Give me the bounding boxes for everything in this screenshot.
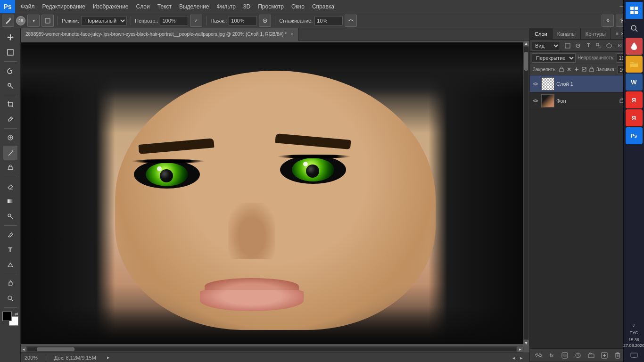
- pressure-icon[interactable]: [259, 15, 271, 27]
- opacity-toggle[interactable]: ✓: [190, 15, 202, 27]
- layer-visibility-btn-1[interactable]: [532, 80, 539, 88]
- stamp-tool[interactable]: [3, 161, 17, 175]
- tool-separator-4: [4, 177, 17, 177]
- pen-tool[interactable]: [3, 228, 17, 242]
- dodge-tool[interactable]: [3, 209, 17, 223]
- canvas-image[interactable]: [21, 41, 523, 346]
- panel-collapse-icon[interactable]: ≡: [616, 31, 619, 36]
- svg-rect-30: [616, 354, 619, 358]
- group-layers-btn[interactable]: [586, 351, 596, 360]
- lasso-tool[interactable]: [3, 64, 17, 78]
- magic-wand-tool[interactable]: [3, 79, 17, 93]
- document-tab-close[interactable]: ×: [290, 32, 293, 37]
- taskbar-yandex-1[interactable]: Я: [626, 91, 643, 108]
- add-mask-btn[interactable]: [560, 351, 570, 360]
- eyedropper-tool[interactable]: [3, 112, 17, 126]
- menu-window[interactable]: Окно: [288, 0, 308, 13]
- smoothing-input[interactable]: [314, 16, 343, 25]
- eraser-tool[interactable]: [3, 179, 17, 193]
- tab-layers[interactable]: Слои: [530, 28, 553, 39]
- opacity-input[interactable]: [160, 16, 188, 25]
- menu-text[interactable]: Текст: [154, 0, 175, 13]
- tab-channels[interactable]: Каналы: [553, 28, 581, 39]
- swap-colors-btn[interactable]: ⇄: [15, 312, 18, 316]
- blend-mode-select[interactable]: Перекрытие: [532, 53, 576, 63]
- menu-layers[interactable]: Слои: [132, 0, 154, 13]
- lock-all-btn[interactable]: [589, 66, 594, 73]
- layer-item-bg[interactable]: Фон: [530, 92, 626, 109]
- menu-view[interactable]: Просмотр: [254, 0, 288, 13]
- hand-tool[interactable]: [3, 276, 17, 290]
- brush-settings-btn[interactable]: ▾: [27, 15, 40, 27]
- crop-tool[interactable]: [3, 97, 17, 111]
- mode-select[interactable]: Нормальный: [81, 16, 127, 25]
- status-expand-btn[interactable]: ▸: [106, 355, 111, 361]
- svg-rect-56: [630, 7, 634, 10]
- vertical-scrollbar[interactable]: ▲ ▼: [523, 41, 529, 346]
- layer-item-1[interactable]: Слой 1: [530, 75, 626, 92]
- filter-pixel-btn[interactable]: [563, 41, 572, 50]
- brush-size-indicator[interactable]: 26: [16, 16, 25, 25]
- settings-btn[interactable]: ⚙: [602, 15, 614, 27]
- new-layer-btn[interactable]: [600, 351, 609, 360]
- filter-text-btn[interactable]: T: [584, 41, 593, 50]
- color-swatches: ⇄: [2, 312, 18, 326]
- link-layers-btn[interactable]: [534, 351, 543, 360]
- scroll-left-btn[interactable]: ◂: [512, 355, 518, 361]
- tab-paths[interactable]: Контуры: [581, 28, 611, 39]
- lock-position-btn[interactable]: [574, 66, 579, 73]
- brush-tool-icon[interactable]: [2, 15, 14, 27]
- taskbar-yandex-2[interactable]: Я: [626, 109, 643, 126]
- menu-3d[interactable]: 3D: [239, 0, 254, 13]
- menu-select[interactable]: Выделение: [175, 0, 213, 13]
- tool-separator-7: [4, 307, 17, 308]
- menu-edit[interactable]: Редактирование: [39, 0, 89, 13]
- move-tool[interactable]: [3, 30, 17, 44]
- svg-point-60: [631, 25, 636, 30]
- brush-tool[interactable]: [3, 146, 17, 160]
- taskbar-word[interactable]: W: [626, 74, 643, 90]
- foreground-color-swatch[interactable]: [2, 312, 12, 321]
- menu-help[interactable]: Справка: [308, 0, 338, 13]
- brush-toggle-btn[interactable]: [41, 15, 54, 27]
- scroll-right-btn[interactable]: ▸: [520, 355, 526, 361]
- adjustment-layer-btn[interactable]: [573, 351, 583, 360]
- taskbar-explorer[interactable]: [626, 56, 643, 73]
- taskbar-app-1[interactable]: [626, 38, 643, 55]
- svg-point-13: [8, 296, 12, 300]
- windows-taskbar: W Я Я Ps ♪ РУС 15:36 27.08.2020: [623, 0, 644, 362]
- menu-file[interactable]: Файл: [17, 0, 39, 13]
- delete-layer-btn[interactable]: [613, 351, 622, 360]
- menu-image[interactable]: Изображение: [89, 0, 132, 13]
- add-style-btn[interactable]: fx: [547, 351, 556, 360]
- show-desktop-btn[interactable]: [627, 351, 641, 360]
- lock-pixels-btn[interactable]: [566, 66, 572, 73]
- filter-toggle-btn[interactable]: ⊙: [615, 41, 624, 50]
- filter-adjustment-btn[interactable]: [573, 41, 583, 50]
- lock-transparent-btn[interactable]: [559, 66, 564, 73]
- windows-start-btn[interactable]: [626, 2, 643, 19]
- filter-smartobj-btn[interactable]: [604, 41, 614, 50]
- text-tool[interactable]: T: [3, 243, 17, 257]
- horizontal-scrollbar[interactable]: ◂ ▸: [21, 346, 523, 353]
- layer-visibility-btn-bg[interactable]: [532, 97, 539, 105]
- document-tab[interactable]: 2898989-women-brunette-face-juicy-lips-b…: [21, 28, 298, 41]
- taskbar-ps[interactable]: Ps: [626, 127, 643, 144]
- taskbar-search-btn[interactable]: [626, 20, 643, 37]
- gradient-tool[interactable]: [3, 194, 17, 208]
- tool-separator-1: [4, 61, 17, 62]
- sound-icon[interactable]: ♪: [633, 322, 636, 329]
- shape-tool[interactable]: [3, 258, 17, 272]
- menu-filter[interactable]: Фильтр: [213, 0, 239, 13]
- lock-artboard-btn[interactable]: [581, 66, 587, 73]
- svg-point-17: [599, 46, 601, 48]
- layer-filter-select[interactable]: Вид: [532, 41, 560, 50]
- filter-shape-btn[interactable]: [594, 41, 603, 50]
- menu-items: Файл Редактирование Изображение Слои Тек…: [15, 0, 338, 13]
- smoothing-icon[interactable]: [345, 15, 357, 27]
- zoom-tool[interactable]: [3, 291, 17, 305]
- selection-tool[interactable]: [3, 45, 17, 59]
- pressure-input[interactable]: [229, 16, 257, 25]
- healing-tool[interactable]: [3, 131, 17, 145]
- language-indicator[interactable]: РУС: [629, 330, 638, 335]
